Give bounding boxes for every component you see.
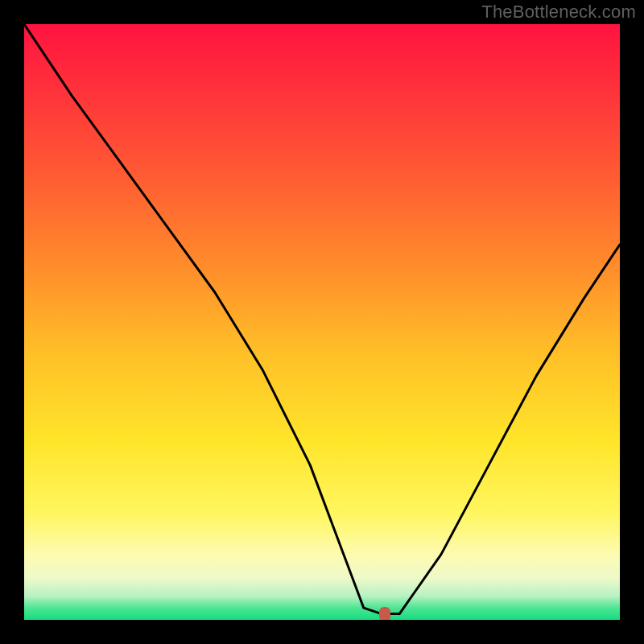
plot-area xyxy=(24,24,620,620)
bottleneck-curve xyxy=(24,24,620,620)
optimal-marker xyxy=(379,607,390,620)
watermark-text: TheBottleneck.com xyxy=(481,2,636,23)
curve-path xyxy=(24,24,620,614)
chart-frame: TheBottleneck.com xyxy=(0,0,644,644)
